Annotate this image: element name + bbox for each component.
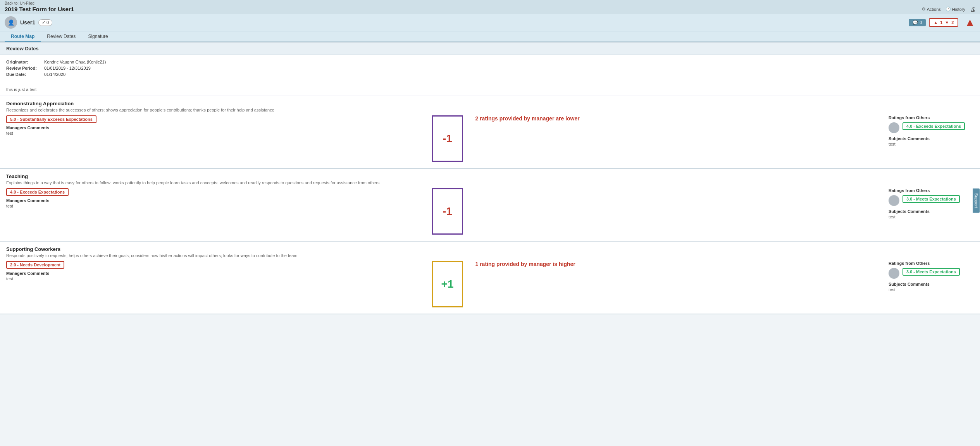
other-avatar-0 [889,122,899,133]
delta-box-1: -1 [432,188,463,235]
manager-rating-0: 5.0 - Substantially Exceeds Expectations [6,115,96,123]
subject-comments-1: test [889,214,974,219]
manager-rating-2: 2.0 - Needs Development [6,261,64,269]
flag-down-icon: ▼ [945,20,949,25]
competency-demonstrating-appreciation: Demonstrating Appreciation Recognizes an… [0,96,980,169]
competency-title-0: Demonstrating Appreciation [6,101,974,106]
comment-icon: 💬 [913,20,918,25]
ratings-from-others-0: Ratings from Others 4.0 - Exceeds Expect… [889,115,974,146]
managers-comments-2: test [6,276,420,281]
flag-up-icon: ▲ [933,20,938,25]
tab-signature[interactable]: Signature [82,31,114,42]
tab-review-dates[interactable]: Review Dates [41,31,82,42]
competency-left-1: 4.0 - Exceeds Expectations Managers Comm… [6,188,420,208]
header-actions: ⚙ Actions 🕐 History 🖨 [922,6,975,12]
ratings-from-others-1: Ratings from Others 3.0 - Meets Expectat… [889,188,974,219]
nav-tabs: Route Map Review Dates Signature [0,31,980,42]
originator-label: Originator: [6,60,41,64]
flag-box: ▲ 1 ▼ 2 [929,18,958,27]
print-icon[interactable]: 🖨 [970,6,975,12]
test-note: this is just a test [0,83,980,96]
managers-comments-label-0: Managers Comments [6,125,420,130]
tab-route-map[interactable]: Route Map [5,31,41,42]
ratings-from-others-2: Ratings from Others 3.0 - Meets Expectat… [889,261,974,292]
competency-supporting-coworkers: Supporting Coworkers Responds positively… [0,242,980,314]
red-arrow-indicator: ▲ [964,16,975,29]
other-rater-1: 3.0 - Meets Expectations [889,195,974,206]
check-icon: ✓ [42,20,45,25]
message-0: 2 ratings provided by manager are lower [475,115,889,122]
review-period-label: Review Period: [6,66,41,70]
competency-left-0: 5.0 - Substantially Exceeds Expectations… [6,115,420,136]
managers-comments-label-1: Managers Comments [6,198,420,203]
user-name: User1 [20,19,35,26]
due-date-label: Due Date: [6,72,41,77]
history-button[interactable]: 🕐 History [946,7,965,12]
support-tab[interactable]: Support [973,189,980,213]
comment-button[interactable]: 💬 0 [909,19,926,26]
competency-desc-1: Explains things in a way that is easy fo… [6,180,974,185]
due-date-value: 01/14/2020 [44,72,65,77]
originator-value: Kendric Vaughn Chua (Kenjic21) [44,60,106,64]
other-avatar-2 [889,268,899,279]
user-bar: 👤 User1 ✓ 0 💬 0 ▲ 1 ▼ 2 ▲ [0,14,980,31]
history-icon: 🕐 [946,7,951,12]
other-rating-0: 4.0 - Exceeds Expectations [902,122,965,130]
managers-comments-0: test [6,131,420,136]
subject-comments-0: test [889,142,974,146]
top-header: Back to: Un-Filed 2019 Test Form for Use… [0,0,980,14]
message-2: 1 rating provided by manager is higher [475,261,889,267]
other-avatar-1 [889,195,899,206]
back-link[interactable]: Back to: Un-Filed [5,1,975,5]
actions-icon: ⚙ [922,7,926,12]
other-rater-0: 4.0 - Exceeds Expectations [889,122,974,133]
manager-rating-1: 4.0 - Exceeds Expectations [6,188,69,196]
actions-button[interactable]: ⚙ Actions [922,7,941,12]
user-badge: ✓ 0 [38,19,52,26]
delta-box-0: -1 [432,115,463,162]
competency-desc-0: Recognizes and celebrates the successes … [6,108,974,112]
avatar: 👤 [5,16,17,29]
user-info: 👤 User1 ✓ 0 [5,16,52,29]
competency-left-2: 2.0 - Needs Development Managers Comment… [6,261,420,281]
competency-teaching: Teaching Explains things in a way that i… [0,169,980,242]
other-rater-2: 3.0 - Meets Expectations [889,268,974,279]
managers-comments-label-2: Managers Comments [6,271,420,276]
delta-box-2: +1 [432,261,463,307]
review-dates-header: Review Dates [0,42,980,55]
page-title: 2019 Test Form for User1 [5,6,74,12]
other-rating-1: 3.0 - Meets Expectations [902,195,960,203]
managers-comments-1: test [6,204,420,208]
review-dates-section: Originator: Kendric Vaughn Chua (Kenjic2… [0,55,980,83]
competency-title-2: Supporting Coworkers [6,246,974,252]
competency-title-1: Teaching [6,173,974,179]
other-rating-2: 3.0 - Meets Expectations [902,268,960,276]
main-content: Review Dates Originator: Kendric Vaughn … [0,42,980,314]
review-period-value: 01/01/2019 - 12/31/2019 [44,66,91,70]
subject-comments-2: test [889,287,974,292]
competency-desc-2: Responds positively to requests; helps o… [6,253,974,258]
